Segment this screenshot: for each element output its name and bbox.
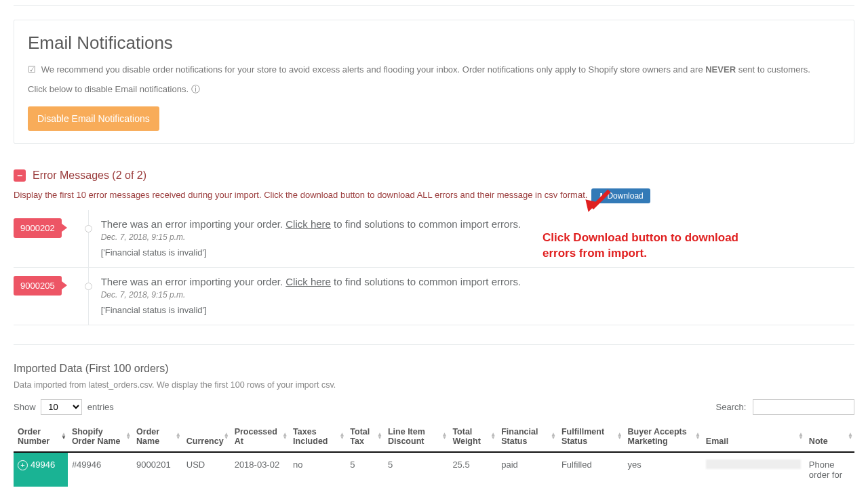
error-messages-title: Error Messages (2 of 2) (33, 169, 146, 182)
error-detail: ['Financial status is invalid'] (101, 305, 854, 315)
sort-icon: ▲▼ (339, 432, 344, 440)
imported-data-section: Imported Data (First 100 orders) Data im… (14, 363, 854, 487)
sort-icon: ▲▼ (695, 432, 701, 440)
error-messages-desc: Display the first 10 error messages rece… (14, 188, 587, 202)
sort-icon: ▲▼ (61, 432, 66, 440)
table-row[interactable]: +49946 #49946 9000201 USD 2018-03-02 no … (14, 452, 854, 487)
col-total-weight[interactable]: Total Weight▲▼ (448, 422, 497, 452)
error-badge: 9000202 (14, 218, 62, 238)
imported-desc: Data imported from latest_orders.csv. We… (14, 380, 854, 390)
sort-icon: ▲▼ (490, 432, 496, 440)
search-box: Search: (716, 399, 854, 415)
error-badge: 9000205 (14, 276, 62, 296)
col-taxes-included[interactable]: Taxes Included▲▼ (289, 422, 346, 452)
col-shopify-order-name[interactable]: Shopify Order Name▲▼ (68, 422, 132, 452)
imported-heading: Imported Data (First 100 orders) (14, 363, 854, 375)
click-below-text: Click below to disable Email notificatio… (28, 83, 840, 97)
sort-icon: ▲▼ (551, 432, 556, 440)
col-currency[interactable]: Currency▲▼ (182, 422, 231, 452)
click-here-link[interactable]: Click here (285, 276, 331, 287)
show-entries: Show 10 entries (14, 399, 114, 415)
sort-icon: ▲▼ (617, 432, 623, 440)
collapse-icon[interactable] (14, 169, 26, 182)
recommend-text: We recommend you disable order notificat… (28, 63, 840, 77)
error-messages-section: Error Messages (2 of 2) Display the firs… (14, 160, 854, 325)
col-processed-at[interactable]: Processed At▲▼ (231, 422, 289, 452)
sort-icon: ▲▼ (224, 432, 229, 440)
col-note[interactable]: Note▲▼ (805, 422, 854, 452)
sort-icon: ▲▼ (848, 432, 853, 440)
col-fulfillment-status[interactable]: Fulfillment Status▲▼ (557, 422, 624, 452)
col-total-tax[interactable]: Total Tax▲▼ (346, 422, 384, 452)
col-email[interactable]: Email▲▼ (702, 422, 805, 452)
email-redacted (706, 460, 801, 469)
error-date: Dec. 7, 2018, 9:15 p.m. (101, 290, 854, 300)
info-icon[interactable] (191, 84, 200, 94)
sort-icon: ▲▼ (282, 432, 288, 440)
sort-icon: ▲▼ (798, 432, 804, 440)
email-notifications-heading: Email Notifications (28, 33, 840, 54)
page-size-select[interactable]: 10 (41, 399, 82, 415)
error-message: There was an error importing your order.… (101, 218, 854, 230)
disable-email-button[interactable]: Disable Email Notifications (28, 106, 159, 131)
col-financial-status[interactable]: Financial Status▲▼ (497, 422, 557, 452)
sort-icon: ▲▼ (441, 432, 447, 440)
col-order-number[interactable]: Order Number▲▼ (14, 422, 68, 452)
error-date: Dec. 7, 2018, 9:15 p.m. (101, 232, 854, 242)
download-icon (598, 191, 604, 201)
email-notifications-panel: Email Notifications We recommend you dis… (14, 20, 854, 144)
click-here-link[interactable]: Click here (285, 218, 331, 230)
expand-icon[interactable]: + (18, 460, 28, 470)
check-icon (28, 64, 39, 75)
col-line-item-discount[interactable]: Line Item Discount▲▼ (384, 422, 448, 452)
error-item: 9000202 There was an error importing you… (14, 210, 854, 268)
error-timeline: 9000202 There was an error importing you… (14, 210, 854, 325)
error-message: There was an error importing your order.… (101, 276, 854, 287)
sort-icon: ▲▼ (176, 432, 181, 440)
col-order-name[interactable]: Order Name▲▼ (132, 422, 182, 452)
sort-icon: ▲▼ (125, 432, 131, 440)
col-buyer-accepts[interactable]: Buyer Accepts Marketing▲▼ (624, 422, 702, 452)
error-detail: ['Financial status is invalid'] (101, 247, 854, 258)
imported-table: Order Number▲▼ Shopify Order Name▲▼ Orde… (14, 422, 854, 487)
download-button[interactable]: Download (591, 188, 650, 203)
search-input[interactable] (753, 399, 854, 415)
sort-icon: ▲▼ (377, 432, 382, 440)
error-item: 9000205 There was an error importing you… (14, 268, 854, 325)
